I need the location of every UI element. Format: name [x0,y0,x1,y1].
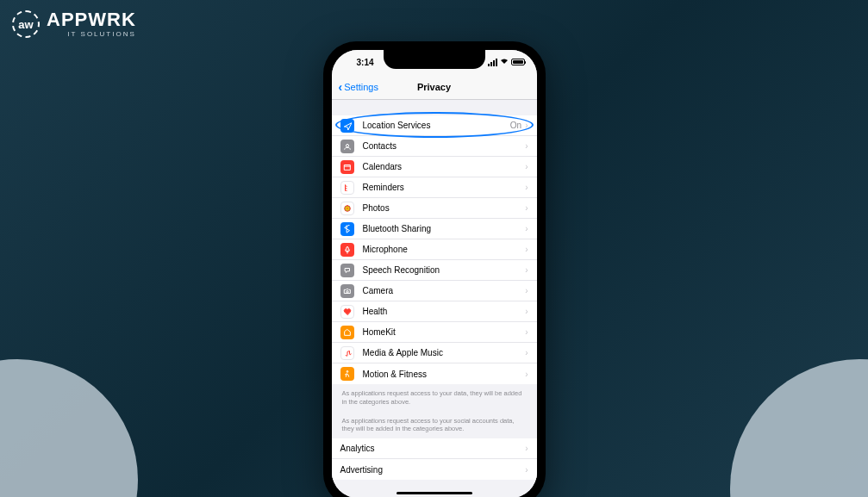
settings-row-bluetooth-sharing[interactable]: Bluetooth Sharing› [332,219,537,239]
row-label: Camera [363,286,526,295]
contacts-icon [340,140,354,153]
settings-row-speech-recognition[interactable]: Speech Recognition› [332,260,537,281]
chevron-right-icon: › [525,327,528,337]
chevron-right-icon: › [525,141,528,151]
motion-icon [340,367,354,381]
signal-icon [488,59,497,66]
reminders-icon [340,181,354,195]
camera-icon [340,284,354,298]
row-label: Health [363,307,526,316]
row-label: Motion & Fitness [363,370,526,379]
back-label: Settings [344,82,378,92]
chevron-right-icon: › [525,265,528,275]
chevron-right-icon: › [525,286,528,295]
row-label: HomeKit [363,327,526,337]
calendar-icon [340,160,354,174]
bluetooth-icon [340,222,354,236]
chevron-right-icon: › [525,465,528,475]
row-label: Location Services [363,121,510,130]
settings-row-contacts[interactable]: Contacts› [332,136,537,157]
settings-row-motion-fitness[interactable]: Motion & Fitness› [332,363,537,384]
location-arrow-icon [340,119,354,133]
chevron-right-icon: › [525,444,528,453]
microphone-icon [340,243,354,257]
settings-row-analytics[interactable]: Analytics› [332,438,537,459]
settings-row-health[interactable]: Health› [332,301,537,322]
row-value: On [510,121,521,130]
row-label: Calendars [363,162,526,171]
homekit-icon [340,326,354,339]
section-footer-1: As applications request access to your d… [332,384,537,412]
chevron-right-icon: › [525,121,528,130]
row-label: Bluetooth Sharing [363,224,526,233]
section-footer-2: As applications request access to your s… [332,412,537,439]
row-label: Microphone [363,245,526,254]
settings-row-advertising[interactable]: Advertising› [332,459,537,480]
chevron-right-icon: › [525,203,528,213]
phone-notch [384,50,485,69]
decorative-circle-right [730,359,868,497]
music-icon [340,346,354,360]
settings-row-camera[interactable]: Camera› [332,281,537,301]
chevron-right-icon: › [525,370,528,379]
decorative-circle-left [0,359,138,497]
phone-frame: 3:14 ‹ Settings Privacy Location Service… [323,41,546,497]
privacy-categories-section: Location ServicesOn›Contacts›Calendars›R… [332,115,537,384]
settings-row-media-apple-music[interactable]: Media & Apple Music› [332,343,537,363]
status-time: 3:14 [344,58,387,67]
row-label: Reminders [363,183,526,192]
wifi-icon [500,58,509,66]
settings-row-calendars[interactable]: Calendars› [332,157,537,177]
settings-row-homekit[interactable]: HomeKit› [332,322,537,343]
back-button[interactable]: ‹ Settings [339,80,378,94]
chevron-right-icon: › [525,348,528,357]
settings-row-location-services[interactable]: Location ServicesOn› [332,115,537,136]
row-label: Speech Recognition [363,265,526,275]
row-label: Analytics [340,444,526,453]
analytics-section: Analytics›Advertising› [332,438,537,480]
settings-content[interactable]: Location ServicesOn›Contacts›Calendars›R… [332,100,537,497]
chevron-right-icon: › [525,245,528,254]
chevron-right-icon: › [525,162,528,171]
page-title: Privacy [417,82,451,92]
brand-logo-icon: aw [12,10,40,38]
row-label: Photos [363,203,526,213]
chevron-right-icon: › [525,307,528,316]
home-indicator[interactable] [397,492,472,494]
settings-row-microphone[interactable]: Microphone› [332,239,537,260]
navigation-bar: ‹ Settings Privacy [332,74,537,100]
row-label: Advertising [340,465,526,475]
row-label: Media & Apple Music [363,348,526,357]
speech-icon [340,264,354,277]
brand-name: APPWRK [47,10,136,29]
settings-row-reminders[interactable]: Reminders› [332,177,537,198]
chevron-right-icon: › [525,224,528,233]
row-label: Contacts [363,141,526,151]
photos-icon [340,202,354,215]
battery-icon [511,59,525,65]
settings-row-photos[interactable]: Photos› [332,198,537,219]
chevron-right-icon: › [525,183,528,192]
health-icon [340,305,354,319]
chevron-left-icon: ‹ [339,80,343,94]
brand-logo-block: aw APPWRK IT SOLUTIONS [12,10,136,38]
phone-screen: 3:14 ‹ Settings Privacy Location Service… [332,50,537,497]
brand-subtitle: IT SOLUTIONS [67,31,135,38]
